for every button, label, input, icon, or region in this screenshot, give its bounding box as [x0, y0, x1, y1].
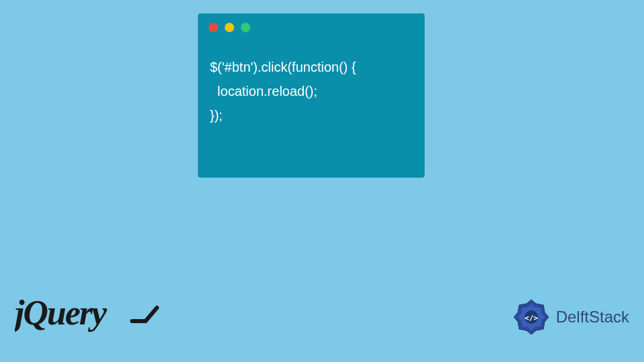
svg-text:</>: </> [525, 314, 538, 322]
code-line-2: location.reload(); [210, 79, 413, 103]
jquery-logo: jQuery [15, 294, 162, 343]
code-line-1: $('#btn').click(function() { [210, 55, 413, 79]
delftstack-text: DelftStack [556, 308, 629, 326]
jquery-logo-icon: jQuery [15, 294, 162, 335]
code-line-3: }); [210, 103, 413, 127]
code-content: $('#btn').click(function() { location.re… [198, 42, 425, 141]
window-controls [198, 13, 425, 42]
delftstack-icon: </> [512, 298, 551, 337]
close-icon [209, 23, 218, 32]
code-window: $('#btn').click(function() { location.re… [198, 13, 425, 178]
svg-text:jQuery: jQuery [15, 294, 107, 332]
minimize-icon [225, 23, 234, 32]
maximize-icon [241, 23, 250, 32]
delftstack-logo: </> DelftStack [512, 298, 629, 337]
